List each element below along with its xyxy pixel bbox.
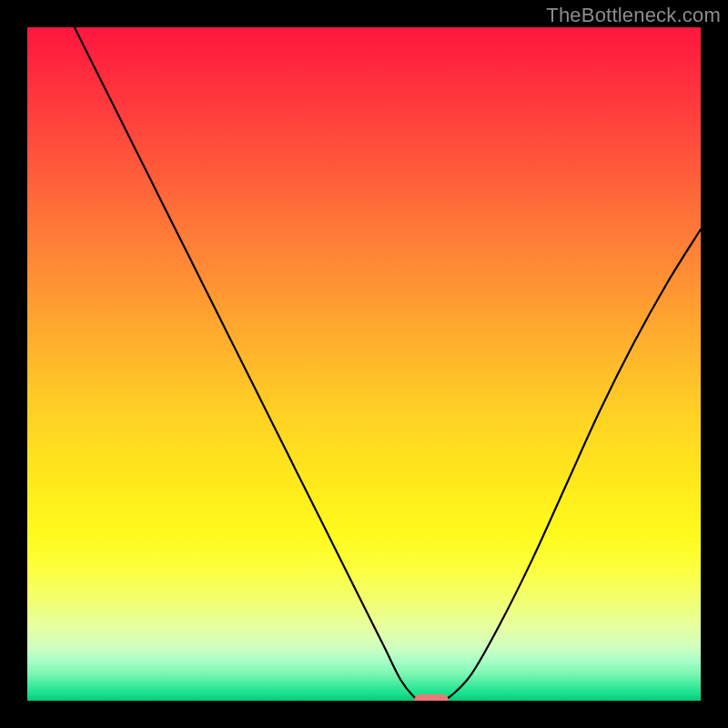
curve-left-branch xyxy=(75,27,421,701)
chart-frame: TheBottleneck.com xyxy=(0,0,728,728)
plot-area xyxy=(27,27,701,701)
bottleneck-curve xyxy=(27,27,701,701)
curve-right-branch xyxy=(441,229,701,701)
optimum-marker xyxy=(414,694,449,701)
watermark-text: TheBottleneck.com xyxy=(546,4,721,27)
